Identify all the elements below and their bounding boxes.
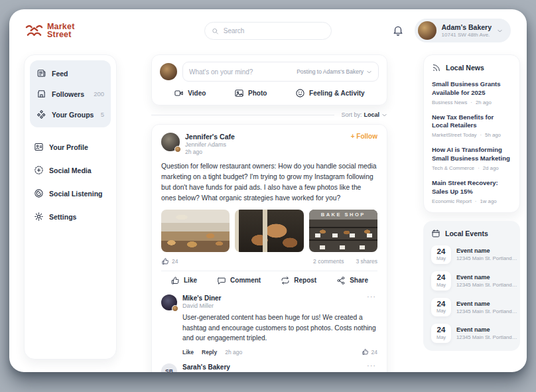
comment-author-name: Sarah Stevens [182, 371, 377, 372]
event-day: 24 [431, 300, 451, 308]
dot-separator: · [478, 165, 480, 171]
comment-author-avatar[interactable]: SB [161, 363, 177, 372]
comment-business-name[interactable]: Sarah's Bakery [182, 363, 377, 371]
sidebar-item-your-profile[interactable]: Your Profile [30, 135, 111, 159]
share-button[interactable]: Share [336, 276, 368, 285]
search-bar[interactable] [204, 22, 332, 40]
event-item[interactable]: 24 May Event name 12345 Main St. Portlan… [431, 245, 512, 265]
like-button[interactable]: Like [170, 276, 197, 285]
sidebar-item-social-listening[interactable]: Social Listening [30, 182, 111, 205]
share-count[interactable]: 3 shares [356, 258, 377, 265]
news-time: 2d ago [483, 165, 499, 171]
news-source: Business News [432, 99, 467, 105]
event-item[interactable]: 24 May Event name 12345 Main St. Portlan… [431, 324, 512, 343]
news-source: Economic Report [432, 198, 472, 204]
logo-icon [25, 23, 43, 38]
divider [151, 115, 334, 115]
composer-field[interactable]: Posting to Adams's Bakery [182, 62, 379, 82]
news-item[interactable]: New Tax Benefits for Local Retailers Mar… [432, 113, 511, 139]
comment-button[interactable]: Comment [217, 276, 261, 285]
newspaper-icon [36, 68, 46, 78]
news-meta: MarketStreet Today · 5h ago [432, 132, 511, 138]
repost-button[interactable]: Repost [281, 276, 316, 285]
sidebar-item-your-groups[interactable]: Your Groups 5 [34, 104, 107, 125]
event-item[interactable]: 24 May Event name 12345 Main St. Portlan… [431, 271, 512, 291]
composer-input[interactable] [189, 68, 293, 76]
content-area: Feed Followers 200 Your Groups 5 [9, 52, 527, 372]
comment-body: Sarah's Bakery Sarah Stevens Collaborati… [182, 363, 377, 372]
video-camera-icon [174, 88, 184, 98]
photo-label: Photo [248, 90, 267, 97]
thumbs-up-icon [362, 348, 369, 356]
comment-menu-button[interactable]: ··· [367, 294, 376, 298]
account-name: Adam's Bakery [442, 23, 492, 31]
comment-author-avatar[interactable] [161, 294, 177, 310]
search-input[interactable] [224, 27, 324, 34]
news-item[interactable]: Small Business Grants Available for 2025… [432, 80, 511, 105]
feed-post: Jennifer's Cafe Jennifer Adams 2h ago + … [151, 124, 387, 372]
event-item[interactable]: 24 May Event name 12345 Main St. Portlan… [431, 298, 512, 317]
top-bar: Market Street Adam's Bakery 10741 SW 48t… [9, 9, 527, 52]
sort-by-label: Sort by: [341, 111, 362, 118]
comment-count[interactable]: 2 comments [313, 258, 344, 265]
thumbs-up-icon[interactable] [161, 257, 169, 265]
event-name: Event name [456, 300, 517, 307]
comment-like-count-group[interactable]: 24 [362, 348, 377, 356]
posting-to-selector[interactable]: Posting to Adams's Bakery [297, 68, 372, 75]
sidebar-item-label: Social Listening [49, 190, 103, 198]
post-timestamp: 2h ago [185, 149, 235, 155]
news-title: Main Street Recovery: Sales Up 15% [432, 179, 511, 196]
chevron-down-icon [366, 69, 372, 75]
logo-line-2: Street [47, 31, 75, 38]
groups-diamonds-icon [36, 109, 46, 119]
news-meta: Tech & Commerce · 2d ago [432, 165, 511, 171]
sort-value-dropdown[interactable]: Local [364, 111, 387, 118]
composer-avatar [160, 63, 177, 80]
post-like-count: 24 [172, 258, 178, 265]
photo-bakery-interior[interactable] [161, 210, 230, 252]
local-news-title: Local News [446, 64, 484, 72]
post-body-text: Question for fellow restaurant owners: H… [161, 161, 377, 204]
gear-icon [34, 212, 44, 222]
event-address: 12345 Main St. Portland, OR... [456, 255, 517, 261]
photo-bread-display[interactable] [235, 210, 303, 252]
composer-input-row: Posting to Adams's Bakery [160, 62, 379, 82]
avatar-initials: SB [165, 368, 173, 372]
news-source: Tech & Commerce [432, 165, 474, 171]
comment-reply-button[interactable]: Reply [202, 349, 217, 356]
comment-business-name[interactable]: Mike's Diner [182, 294, 377, 302]
sidebar-item-label: Your Profile [49, 143, 88, 151]
post-business-name[interactable]: Jennifer's Cafe [185, 133, 235, 141]
event-day: 24 [431, 247, 451, 256]
follow-button[interactable]: + Follow [351, 133, 377, 155]
sidebar-item-settings[interactable]: Settings [30, 205, 111, 228]
comment-like-button[interactable]: Like [182, 349, 194, 356]
feeling-label: Feeling & Activity [309, 90, 365, 97]
post-author-avatar[interactable] [161, 133, 180, 151]
local-events-card: Local Events 24 May Event name 12345 Mai… [423, 221, 520, 352]
photo-bake-shop[interactable]: BAKE SHOP [309, 210, 377, 252]
event-address: 12345 Main St. Portland, OR... [456, 334, 517, 340]
news-item[interactable]: How AI is Transforming Small Business Ma… [432, 146, 511, 171]
feeling-activity-button[interactable]: Feeling & Activity [295, 88, 365, 98]
broadcast-rss-icon [432, 63, 441, 72]
search-icon [212, 27, 219, 35]
news-item[interactable]: Main Street Recovery: Sales Up 15% Econo… [432, 179, 511, 204]
video-button[interactable]: Video [174, 88, 206, 98]
sidebar-item-label: Settings [49, 213, 76, 221]
sidebar-item-followers[interactable]: Followers 200 [34, 84, 107, 104]
comment-menu-button[interactable]: ··· [367, 363, 376, 367]
local-events-title: Local Events [445, 229, 488, 237]
photo-button[interactable]: Photo [234, 88, 267, 98]
account-switcher[interactable]: Adam's Bakery 10741 SW 48th Ave. [415, 19, 511, 42]
news-title: How AI is Transforming Small Business Ma… [432, 146, 511, 163]
market-street-logo[interactable]: Market Street [25, 23, 75, 38]
sidebar-item-label: Followers [52, 90, 84, 98]
notifications-bell-icon[interactable] [392, 25, 404, 36]
sidebar-item-social-media[interactable]: Social Media [30, 159, 111, 182]
sidebar-item-feed[interactable]: Feed [34, 63, 107, 84]
event-day: 24 [431, 273, 451, 282]
event-name: Event name [456, 326, 517, 333]
chevron-down-icon [381, 112, 387, 118]
sidebar-item-label: Your Groups [52, 111, 94, 119]
